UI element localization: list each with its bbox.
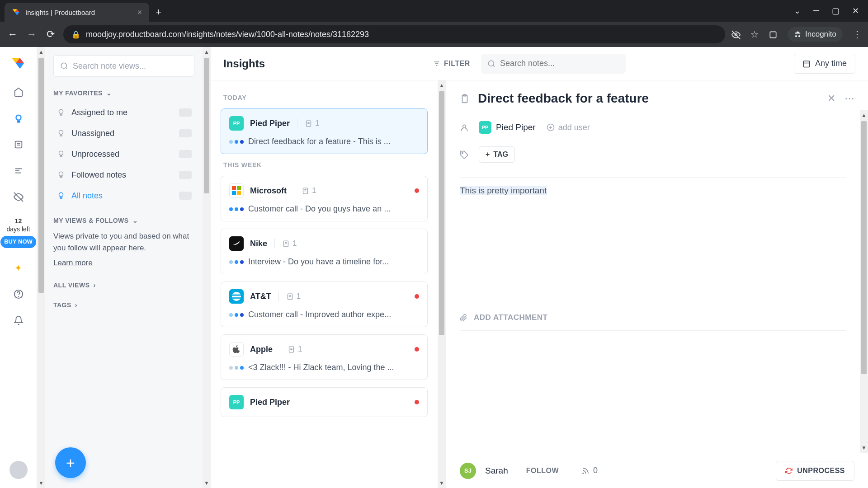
roadmap-icon[interactable] (12, 164, 25, 176)
nav-reload-icon[interactable]: ⟳ (44, 28, 57, 40)
company-logo (229, 289, 244, 304)
search-views-input[interactable]: Search note views... (53, 55, 194, 77)
unprocess-button[interactable]: UNPROCESS (776, 461, 854, 481)
chevron-right-icon: › (93, 282, 95, 289)
search-notes-input[interactable] (481, 54, 626, 74)
tabs-dropdown-icon[interactable]: ⌄ (794, 6, 801, 16)
svg-point-28 (488, 61, 494, 66)
productboard-logo[interactable] (10, 55, 27, 71)
note-card[interactable]: Apple 1<3 Zlack!!! - Hi Zlack team, Lovi… (221, 334, 428, 380)
note-card[interactable]: AT&T 1Customer call - Improved author ex… (221, 282, 428, 327)
company-logo: PP (229, 395, 244, 409)
window-maximize-icon[interactable]: ▢ (832, 6, 840, 16)
status-dot (415, 188, 419, 193)
sidebar-scrollbar[interactable]: ▲ ▼ (203, 47, 211, 488)
insight-count: 1 (288, 345, 302, 354)
rail-scrollbar[interactable]: ▲ ▼ (37, 47, 45, 488)
note-snippet: Direct feedback for a feature - This is … (248, 137, 419, 146)
url-text: moodjoy.productboard.com/insights/notes/… (86, 30, 369, 39)
add-tag-button[interactable]: + TAG (479, 146, 515, 163)
eye-off-icon[interactable] (731, 29, 741, 40)
note-card[interactable]: PPPied Piper (221, 387, 428, 417)
followers-count[interactable]: 0 (581, 466, 598, 475)
notes-scrollbar[interactable]: ▲ ▼ (438, 80, 446, 488)
sidebar-item-followed-notes[interactable]: Followed notes (53, 166, 194, 183)
sidebar-item-unprocessed[interactable]: Unprocessed (53, 145, 194, 163)
svg-point-8 (16, 115, 21, 120)
note-icon (305, 120, 312, 127)
kebab-menu-icon[interactable]: ⋮ (853, 29, 862, 40)
divider (460, 177, 846, 178)
svg-point-21 (59, 130, 63, 134)
app-root: 12 days left BUY NOW ✦ ▲ ▼ Search note v… (0, 47, 868, 488)
search-notes-field[interactable] (500, 59, 619, 68)
note-card[interactable]: Microsoft 1Customer call - Do you guys h… (221, 176, 428, 221)
note-snippet: Interview - Do you have a timeline for..… (248, 257, 419, 267)
svg-point-58 (462, 153, 463, 154)
user-avatar[interactable] (9, 461, 28, 479)
detail-body: PP Pied Piper add user (446, 110, 860, 453)
lock-icon: 🔒 (71, 30, 80, 39)
follow-button[interactable]: FOLLOW (526, 467, 559, 475)
more-icon[interactable]: ⋯ (844, 93, 854, 104)
bookmark-star-icon[interactable]: ☆ (750, 29, 759, 40)
note-snippet: <3 Zlack!!! - Hi Zlack team, Loving the … (248, 363, 419, 372)
sparkle-icon[interactable]: ✦ (14, 263, 22, 273)
svg-rect-38 (237, 191, 241, 195)
svg-rect-36 (237, 186, 241, 190)
company-logo (229, 236, 244, 251)
trial-label: days left (0, 225, 36, 233)
note-content[interactable]: This is pretty important (460, 186, 846, 196)
close-icon[interactable]: ✕ (827, 93, 835, 104)
main: Insights FILTER Any time TODAYPPPied Pip… (211, 47, 868, 488)
company-name: Apple (250, 345, 273, 354)
company-chip[interactable]: PP Pied Piper (479, 121, 536, 134)
svg-point-20 (59, 109, 63, 113)
sidebar-item-unassigned[interactable]: Unassigned (53, 125, 194, 142)
sidebar-item-label: Unassigned (71, 129, 114, 138)
detail-footer: SJ Sarah FOLLOW 0 UNPROCESS (446, 453, 868, 488)
note-title[interactable]: Direct feedback for a feature (478, 91, 819, 106)
date-filter-button[interactable]: Any time (794, 54, 855, 74)
extensions-icon[interactable] (769, 29, 778, 40)
insights-icon[interactable] (12, 112, 25, 124)
window-minimize-icon[interactable]: ─ (813, 6, 819, 16)
filter-button[interactable]: FILTER (433, 60, 470, 68)
notifications-icon[interactable] (12, 314, 25, 326)
svg-rect-30 (803, 61, 810, 67)
new-tab-button[interactable]: + (149, 3, 168, 22)
sidebar-item-label: All notes (71, 191, 103, 201)
svg-point-54 (463, 125, 466, 128)
portal-icon[interactable] (12, 191, 25, 202)
features-icon[interactable] (12, 138, 25, 150)
learn-more-link[interactable]: Learn more (53, 257, 93, 269)
nav-forward-icon[interactable]: → (25, 28, 38, 40)
help-icon[interactable] (12, 288, 25, 300)
add-user-button[interactable]: add user (547, 123, 590, 132)
home-icon[interactable] (12, 86, 25, 98)
company-name: Pied Piper (496, 122, 536, 132)
sidebar-item-assigned-to-me[interactable]: Assigned to me (53, 104, 194, 121)
sidebar: Search note views... MY FAVORITES ⌄ Assi… (45, 47, 203, 488)
buy-now-button[interactable]: BUY NOW (0, 236, 36, 248)
window-close-icon[interactable]: ✕ (852, 6, 859, 16)
browser-tab[interactable]: Insights | Productboard × (5, 3, 149, 22)
count-pill (179, 129, 192, 137)
sidebar-item-all-notes[interactable]: All notes (53, 187, 194, 204)
note-card[interactable]: PPPied Piper 1Direct feedback for a feat… (221, 108, 428, 154)
address-bar[interactable]: 🔒 moodjoy.productboard.com/insights/note… (63, 25, 725, 43)
add-attachment-button[interactable]: ADD ATTACHMENT (460, 313, 846, 322)
incognito-badge[interactable]: Incognito (788, 27, 843, 42)
views-header[interactable]: MY VIEWS & FOLLOWS ⌄ (53, 217, 194, 224)
favorites-header[interactable]: MY FAVORITES ⌄ (53, 89, 194, 97)
owner-avatar[interactable]: SJ (460, 463, 476, 479)
tags-header[interactable]: TAGS › (53, 301, 194, 309)
nav-back-icon[interactable]: ← (6, 28, 19, 40)
all-views-header[interactable]: ALL VIEWS › (53, 282, 194, 289)
tab-close-icon[interactable]: × (137, 8, 142, 17)
insight-count: 1 (305, 119, 319, 128)
svg-point-45 (232, 292, 241, 301)
detail-scrollbar[interactable]: ▲ ▼ (860, 110, 868, 453)
note-card[interactable]: Nike 1Interview - Do you have a timeline… (221, 229, 428, 274)
create-note-fab[interactable]: + (55, 447, 86, 478)
